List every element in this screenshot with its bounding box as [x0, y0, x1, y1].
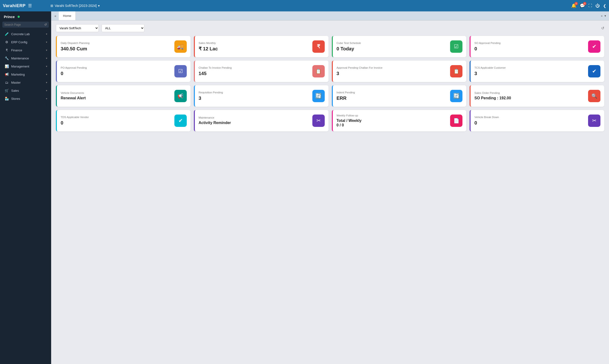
page-content: Varahi SoftTech ALL ALL ↺ Daily Dispatch…	[51, 20, 609, 364]
sidebar-item-management[interactable]: 📊Management ▾	[0, 62, 51, 70]
card-value: Total / Weekly 0 / 0	[337, 118, 450, 127]
username: Prince	[4, 15, 15, 19]
card-icon-box: 🔍	[588, 90, 600, 102]
search-refresh-icon[interactable]: ↺	[44, 23, 47, 26]
card-icon-box: 🔄	[312, 90, 325, 102]
sidebar-item-finance[interactable]: ₹Finance ▾	[0, 46, 51, 54]
card-vehicle-docs[interactable]: Vehicle Documents Renewal Alert 📢	[56, 85, 191, 107]
sidebar-item-stores[interactable]: 🏪Stores ▾	[0, 95, 51, 103]
file-icon: 📄	[453, 118, 459, 124]
collapse-icon[interactable]: ❮	[603, 4, 606, 8]
rupee-icon: ₹	[317, 43, 320, 50]
search-input[interactable]	[4, 23, 44, 26]
sidebar-item-marketing[interactable]: 📢Marketing ▾	[0, 70, 51, 78]
company-dropdown-icon[interactable]: ▾	[98, 4, 100, 8]
sidebar-label-stores: Stores	[11, 97, 20, 101]
card-title: TCS Applicable Customer	[474, 66, 588, 69]
document2-icon: 📋	[453, 68, 459, 74]
truck-icon: 🚚	[177, 43, 184, 50]
checkbox2-icon: ☑	[178, 68, 183, 74]
sidebar-label-sales: Sales	[11, 89, 19, 92]
card-value: 340.50 Cum	[61, 46, 174, 52]
chevron-icon: ▾	[46, 89, 47, 92]
card-title: Vehicle Break Down	[474, 116, 588, 118]
checkbox-icon: ☑	[454, 43, 459, 50]
sidebar-label-maintenance: Maintenance	[11, 57, 29, 60]
card-icon-box: ₹	[312, 40, 325, 53]
card-icon-box: 📄	[450, 115, 462, 127]
verified-icon: ✔	[179, 117, 183, 124]
erp-config-icon: ⚙	[4, 40, 9, 44]
card-sales-order[interactable]: Sales Order Pending SO Pending : 192.00 …	[470, 85, 604, 107]
notification1-btn[interactable]: 🔔 0	[571, 3, 576, 8]
company-filter[interactable]: Varahi SoftTech ALL	[56, 24, 99, 32]
card-icon-box: 🔄	[450, 90, 462, 102]
card-cube-test[interactable]: Cube Test Schedule 0 Today ☑	[332, 36, 467, 57]
power-icon[interactable]: ⏻	[595, 3, 600, 8]
card-challan-invoice[interactable]: Challan To Invoice Pending 145 📋	[194, 61, 329, 82]
sidebar-label-management: Management	[11, 65, 29, 68]
logo-area: VarahiERP ☰	[3, 3, 50, 8]
card-daily-dispatch[interactable]: Daily Dispatch Planning 340.50 Cum 🚚	[56, 36, 191, 57]
card-requisition[interactable]: Requisition Pending 3 🔄	[194, 85, 329, 107]
card-tcs-customer[interactable]: TCS Applicable Customer 3 ✔	[470, 61, 604, 82]
refresh-icon: 🔄	[315, 93, 322, 99]
card-value: 0 Today	[337, 46, 450, 52]
sidebar-item-master[interactable]: 🗂Master ▾	[0, 78, 51, 87]
logo-text: VarahiERP	[3, 3, 26, 8]
notification2-badge: 0	[583, 2, 586, 5]
stores-icon: 🏪	[4, 97, 9, 101]
hamburger-icon[interactable]: ☰	[28, 3, 32, 8]
card-maintenance-activity[interactable]: Maintenance Activity Reminder ✂	[194, 110, 329, 131]
sidebar-label-finance: Finance	[11, 49, 22, 52]
dashboard-refresh-icon[interactable]: ↺	[601, 26, 604, 30]
card-icon-box: 📋	[312, 65, 325, 78]
tab-forward-btn[interactable]: »	[601, 14, 603, 18]
card-value: 3	[474, 71, 588, 76]
card-so-approval[interactable]: SO Approval Pending 0 ✔	[470, 36, 604, 57]
sidebar-search-container: ↺	[2, 22, 49, 27]
scissors-icon: ✂	[316, 117, 321, 124]
sidebar-label-concrete-lab: Concrete Lab	[11, 32, 30, 36]
card-po-approval[interactable]: PO Approval Pending 0 ☑	[56, 61, 191, 82]
card-icon-box: 📢	[174, 90, 187, 102]
card-indent[interactable]: Indent Pending ERR 🔄	[332, 85, 467, 107]
master-icon: 🗂	[4, 80, 9, 84]
card-value: 3	[337, 71, 450, 76]
card-icon-box: ✔	[588, 65, 600, 78]
sidebar-item-maintenance[interactable]: 🔧Maintenance ▾	[0, 54, 51, 62]
type-filter[interactable]: ALL	[102, 24, 144, 32]
chevron-icon: ▾	[46, 73, 47, 76]
sidebar-item-concrete-lab[interactable]: 🧪Concrete Lab ▾	[0, 30, 51, 38]
header-company[interactable]: ⊞ Varahi SoftTech [2023-2024] ▾	[50, 4, 571, 8]
notification2-btn[interactable]: 💬 0	[580, 3, 585, 8]
refresh2-icon: 🔄	[453, 93, 460, 99]
document-icon: 📋	[316, 68, 321, 74]
management-icon: 📊	[4, 65, 9, 68]
card-value: ₹ 12 Lac	[199, 46, 312, 52]
tab-home-label: Home	[63, 14, 71, 18]
sidebar-label-erp-config: ERP Config	[11, 40, 27, 44]
chevron-icon: ▾	[46, 49, 47, 52]
maintenance-icon: 🔧	[4, 56, 9, 60]
checkmark-icon: ✔	[592, 43, 596, 50]
card-value: ERR	[337, 95, 450, 101]
card-value: 0	[474, 120, 588, 126]
card-value: Activity Reminder	[199, 120, 312, 125]
card-approval-challan[interactable]: Approval Pending Challan For Invoice 3 📋	[332, 61, 467, 82]
sidebar-item-sales[interactable]: 🛒Sales ▾	[0, 87, 51, 95]
card-weekly-followup[interactable]: Weekly Follow-up Total / Weekly 0 / 0 📄	[332, 110, 467, 131]
sidebar-label-master: Master	[11, 81, 21, 84]
card-tds-vendor[interactable]: TDS Applicable Vendor 0 ✔	[56, 110, 191, 131]
card-icon-box: ☑	[174, 65, 187, 78]
sidebar-item-erp-config[interactable]: ⚙ERP Config ▾	[0, 38, 51, 46]
sales-icon: 🛒	[4, 89, 9, 92]
tab-back-btn[interactable]: «	[52, 11, 59, 20]
tab-home[interactable]: Home	[59, 11, 76, 20]
card-sales-monthly[interactable]: Sales Monthly ₹ 12 Lac ₹	[194, 36, 329, 57]
card-title: Sales Monthly	[199, 42, 312, 44]
card-vehicle-breakdown[interactable]: Vehicle Break Down 0 ✂	[470, 110, 604, 131]
card-title: TDS Applicable Vendor	[61, 116, 174, 118]
tab-dropdown-btn[interactable]: ▾	[605, 14, 606, 18]
expand-icon[interactable]: ⛶	[588, 4, 592, 8]
